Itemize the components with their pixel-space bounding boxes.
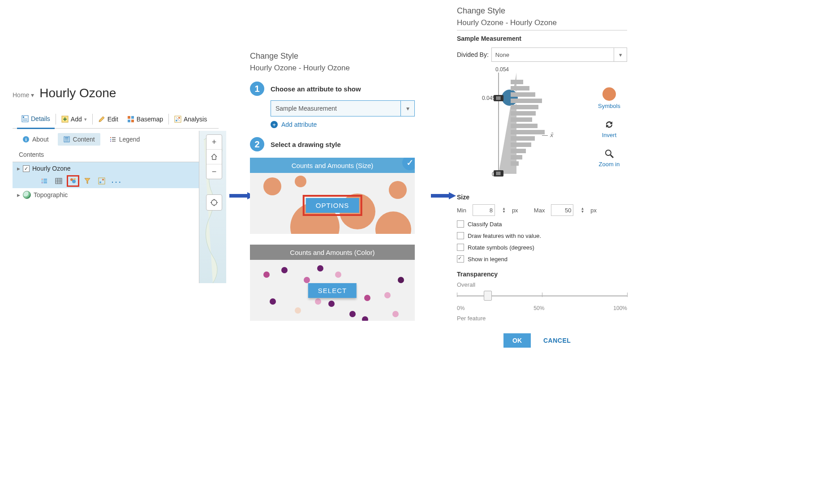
svg-rect-15 xyxy=(65,138,69,138)
map-title: Hourly Ozone xyxy=(39,86,116,100)
slider-handle[interactable] xyxy=(484,291,492,301)
step-2: 2 Select a drawing style xyxy=(250,137,425,151)
divider xyxy=(457,30,627,30)
analysis-label: Analysis xyxy=(184,116,207,123)
basemap-button[interactable]: Basemap xyxy=(123,110,168,128)
svg-rect-34 xyxy=(99,178,105,184)
basemap-label: Basemap xyxy=(137,116,163,123)
legend-icon xyxy=(109,136,116,143)
min-size-input[interactable]: 8 xyxy=(473,204,495,216)
max-label: Max xyxy=(534,207,545,214)
max-size-input[interactable]: 50 xyxy=(551,204,573,216)
svg-rect-25 xyxy=(43,179,47,180)
checkbox-icon[interactable] xyxy=(457,244,464,251)
style-counts-size[interactable]: Counts and Amounts (Size) ✓ OPTIONS xyxy=(250,158,415,234)
svg-point-10 xyxy=(176,120,177,121)
zoom-in-button[interactable]: + xyxy=(206,135,222,150)
attribute-select[interactable]: Sample Measurement ▾ xyxy=(271,100,415,116)
layer-header[interactable]: ▸ ✓ Hourly Ozone xyxy=(13,162,219,175)
details-subnav: i About Content Legend ◂ xyxy=(13,129,219,150)
rotate-checkbox-row[interactable]: Rotate symbols (degrees) xyxy=(457,244,627,251)
style-counts-color[interactable]: Counts and Amounts (Color) SELECT xyxy=(250,245,415,321)
ramp-histogram xyxy=(511,78,551,168)
attribute-select-value: Sample Measurement xyxy=(275,105,337,112)
legend-label: Legend xyxy=(119,136,140,143)
mean-marker: — x̄ xyxy=(542,132,553,138)
expand-icon[interactable]: ▸ xyxy=(17,191,20,198)
px-label: px xyxy=(590,207,597,214)
ramp-upper-handle[interactable] xyxy=(494,95,503,101)
change-style-button[interactable] xyxy=(68,177,78,185)
home-breadcrumb[interactable]: Home ▾ xyxy=(13,91,34,99)
symbols-label: Symbols xyxy=(598,103,620,109)
show-table-button[interactable] xyxy=(54,177,64,185)
chevron-down-icon: ▾ xyxy=(614,48,627,61)
checkbox-icon[interactable] xyxy=(457,232,464,239)
svg-rect-27 xyxy=(43,181,47,181)
svg-rect-19 xyxy=(112,137,116,138)
layer-name: Hourly Ozone xyxy=(32,165,71,172)
filter-button[interactable] xyxy=(82,177,92,185)
transparency-heading: Transparency xyxy=(457,271,627,278)
edit-label: Edit xyxy=(108,116,118,123)
show-legend-button[interactable] xyxy=(39,177,49,185)
panel-title: Change Style xyxy=(250,52,425,61)
style-card-header: Counts and Amounts (Size) xyxy=(250,158,415,173)
svg-rect-1 xyxy=(23,116,24,118)
legend-checkbox-row[interactable]: Show in legend xyxy=(457,255,627,263)
content-tab[interactable]: Content xyxy=(58,133,100,146)
invert-tool[interactable]: Invert xyxy=(602,119,617,138)
rotate-label: Rotate symbols (degrees) xyxy=(468,244,534,251)
edit-button[interactable]: Edit xyxy=(94,110,123,128)
ok-button[interactable]: OK xyxy=(503,333,531,348)
add-button[interactable]: Add ▾ xyxy=(57,110,91,128)
svg-point-35 xyxy=(99,181,101,183)
info-icon: i xyxy=(22,136,30,143)
basemap-layer[interactable]: ▸ Topographic xyxy=(13,188,219,202)
ramp-lower-handle[interactable] xyxy=(494,170,503,177)
style-card-header: Counts and Amounts (Color) xyxy=(250,245,415,260)
expand-icon[interactable]: ▸ xyxy=(17,165,20,172)
basemap-layer-name: Topographic xyxy=(34,191,68,198)
svg-rect-3 xyxy=(23,120,27,121)
overall-label: Overall xyxy=(457,281,627,288)
transparency-slider[interactable] xyxy=(457,293,627,303)
change-style-panel: Change Style Hourly Ozone - Hourly Ozone… xyxy=(250,52,425,321)
add-attribute-button[interactable]: + Add attribute xyxy=(271,121,425,128)
map-toolbar: Details Add ▾ Edit Basemap Analysis xyxy=(13,110,219,129)
details-tab[interactable]: Details xyxy=(17,110,55,129)
novalue-label: Draw features with no value. xyxy=(468,233,541,239)
toolbar-divider xyxy=(56,114,56,125)
legend-tab[interactable]: Legend xyxy=(104,133,146,146)
select-button[interactable]: SELECT xyxy=(308,283,357,298)
zoom-in-tool[interactable]: Zoom in xyxy=(599,148,620,168)
locate-button[interactable] xyxy=(206,194,222,211)
min-size-stepper[interactable]: ▲▼ xyxy=(502,207,506,213)
svg-rect-21 xyxy=(112,139,116,140)
refresh-icon xyxy=(604,119,615,130)
novalue-checkbox-row[interactable]: Draw features with no value. xyxy=(457,232,627,239)
zoom-out-button[interactable]: − xyxy=(206,164,222,179)
svg-rect-5 xyxy=(128,116,130,119)
classify-checkbox-row[interactable]: Classify Data xyxy=(457,220,627,228)
symbols-tool[interactable]: Symbols xyxy=(598,87,620,109)
options-button[interactable]: OPTIONS xyxy=(306,198,359,213)
perform-analysis-button[interactable] xyxy=(97,177,107,185)
layer-tools: ... xyxy=(13,175,219,188)
svg-point-36 xyxy=(102,179,104,181)
divided-by-select[interactable]: None ▾ xyxy=(491,47,627,62)
attribute-name: Sample Measurement xyxy=(457,35,627,42)
panel-title: Change Style xyxy=(457,6,627,16)
home-extent-button[interactable] xyxy=(206,150,222,164)
per-feature-label: Per feature xyxy=(457,315,627,322)
size-section: Size Min 8 ▲▼ px Max 50 ▲▼ px xyxy=(457,194,627,216)
checkbox-icon[interactable] xyxy=(457,220,464,228)
about-tab[interactable]: i About xyxy=(17,133,54,146)
step-down-icon: ▼ xyxy=(581,210,584,213)
transparency-section: Transparency Overall 0% 50% 100% Per fea… xyxy=(457,271,627,322)
max-size-stepper[interactable]: ▲▼ xyxy=(581,207,584,213)
cancel-button[interactable]: CANCEL xyxy=(543,337,571,344)
checkbox-icon[interactable]: ✓ xyxy=(23,165,30,172)
checkbox-icon[interactable] xyxy=(457,255,464,263)
analysis-button[interactable]: Analysis xyxy=(170,110,211,128)
